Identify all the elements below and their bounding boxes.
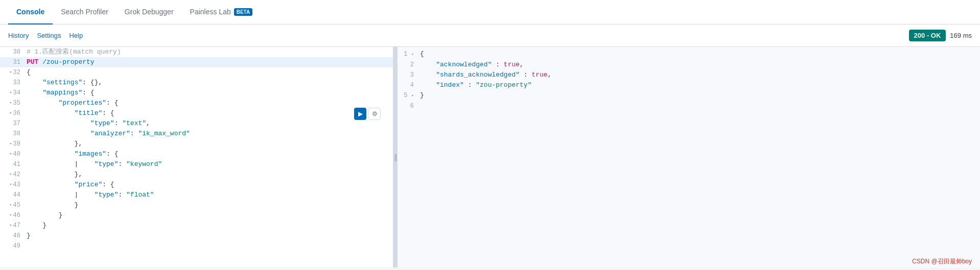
table-row: ▾42 }, bbox=[0, 169, 393, 180]
tab-painless-lab[interactable]: Painless Lab BETA bbox=[182, 0, 261, 24]
output-pane: 1 ▾ { 2 "acknowledged" : true, 3 "shards… bbox=[398, 47, 980, 267]
line-content: }, bbox=[25, 169, 393, 180]
output-line-content: { bbox=[418, 49, 980, 60]
line-number: 30 bbox=[0, 47, 25, 57]
status-badge: 200 - OK bbox=[909, 30, 946, 41]
output-code: 1 ▾ { 2 "acknowledged" : true, 3 "shards… bbox=[398, 47, 980, 267]
output-line-content: "acknowledged" : true, bbox=[418, 60, 980, 70]
output-line-content bbox=[418, 101, 980, 111]
output-row: 2 "acknowledged" : true, bbox=[398, 60, 980, 70]
line-content: "analyzer": "ik_max_word" bbox=[25, 129, 393, 139]
line-number: ▾45 bbox=[0, 200, 25, 210]
line-content: "type": "text", bbox=[25, 118, 393, 129]
line-number: ▾42 bbox=[0, 169, 25, 180]
output-row: 5 ▾ } bbox=[398, 90, 980, 101]
line-number: 38 bbox=[0, 129, 25, 139]
history-link[interactable]: History bbox=[8, 32, 29, 39]
line-number: ▾39 bbox=[0, 139, 25, 149]
line-content: } bbox=[25, 210, 393, 220]
table-row: 30 # 1.匹配搜索(match query) bbox=[0, 47, 393, 57]
output-row: 6 bbox=[398, 101, 980, 111]
table-row: ▾32 { bbox=[0, 67, 393, 78]
tab-grok-debugger[interactable]: Grok Debugger bbox=[116, 0, 182, 24]
line-content: { bbox=[25, 67, 393, 78]
line-content: "images": { bbox=[25, 149, 393, 159]
output-line-content: } bbox=[418, 90, 980, 101]
beta-badge: BETA bbox=[234, 8, 252, 16]
line-content: | "type": "keyword" bbox=[25, 159, 393, 169]
status-area: 200 - OK 169 ms bbox=[909, 30, 972, 41]
line-number: ▾47 bbox=[0, 220, 25, 231]
line-number: 37 bbox=[0, 118, 25, 129]
table-row: 38 "analyzer": "ik_max_word" bbox=[0, 129, 393, 139]
line-content: # 1.匹配搜索(match query) bbox=[25, 47, 393, 57]
line-number: ▾32 bbox=[0, 67, 25, 78]
output-row: 4 "index" : "zou-property" bbox=[398, 80, 980, 90]
line-number: ▾35 bbox=[0, 98, 25, 108]
table-row: ▾46 } bbox=[0, 210, 393, 220]
code-editor[interactable]: 30 # 1.匹配搜索(match query) 31 PUT /zou-pro… bbox=[0, 47, 393, 267]
main-content: 30 # 1.匹配搜索(match query) 31 PUT /zou-pro… bbox=[0, 47, 980, 267]
line-number: ▾43 bbox=[0, 180, 25, 190]
line-number: ▾40 bbox=[0, 149, 25, 159]
output-row: 3 "shards_acknowledged" : true, bbox=[398, 70, 980, 80]
table-row: ▾45 } bbox=[0, 200, 393, 210]
secondary-toolbar: History Settings Help 200 - OK 169 ms bbox=[0, 24, 980, 47]
editor-pane: 30 # 1.匹配搜索(match query) 31 PUT /zou-pro… bbox=[0, 47, 393, 267]
table-row: ▾39 }, bbox=[0, 139, 393, 149]
table-row: 33 "settings": {}, bbox=[0, 78, 393, 88]
table-row: ▾43 "price": { bbox=[0, 180, 393, 190]
line-content: "mappings": { bbox=[25, 88, 393, 98]
output-line-number: 2 bbox=[398, 60, 418, 70]
output-row: 1 ▾ { bbox=[398, 49, 980, 60]
run-button[interactable]: ▶ bbox=[354, 108, 366, 120]
line-content: }, bbox=[25, 139, 393, 149]
line-content: } bbox=[25, 200, 393, 210]
line-content: "price": { bbox=[25, 180, 393, 190]
line-content: } bbox=[25, 231, 393, 241]
table-row: ▾34 "mappings": { bbox=[0, 88, 393, 98]
help-link[interactable]: Help bbox=[69, 32, 83, 39]
line-number: ▾46 bbox=[0, 210, 25, 220]
table-row: 41 | "type": "keyword" bbox=[0, 159, 393, 169]
line-number: 49 bbox=[0, 241, 25, 251]
table-row: ▾47 } bbox=[0, 220, 393, 231]
table-row: 48 } bbox=[0, 231, 393, 241]
tab-console[interactable]: Console bbox=[8, 0, 53, 24]
pane-divider[interactable]: ‖ bbox=[393, 47, 398, 267]
line-content: "properties": { bbox=[25, 98, 393, 108]
output-line-number: 1 ▾ bbox=[398, 49, 418, 60]
output-line-number: 3 bbox=[398, 70, 418, 80]
settings-link[interactable]: Settings bbox=[37, 32, 61, 39]
line-number: ▾36 bbox=[0, 108, 25, 118]
table-row: ▾35 "properties": { bbox=[0, 98, 393, 108]
line-content: "title": { bbox=[25, 108, 393, 118]
wrench-button[interactable]: ⚙ bbox=[368, 108, 381, 120]
status-time: 169 ms bbox=[950, 32, 972, 39]
editor-toolbar: ▶ ⚙ bbox=[354, 108, 381, 120]
output-line-number: 6 bbox=[398, 101, 418, 111]
line-number: 48 bbox=[0, 231, 25, 241]
output-line-number: 4 bbox=[398, 80, 418, 90]
line-number: ▾34 bbox=[0, 88, 25, 98]
tab-search-profiler[interactable]: Search Profiler bbox=[53, 0, 116, 24]
line-content: } bbox=[25, 220, 393, 231]
line-content: "settings": {}, bbox=[25, 78, 393, 88]
output-line-content: "shards_acknowledged" : true, bbox=[418, 70, 980, 80]
line-content: PUT /zou-property bbox=[25, 57, 393, 67]
top-navigation: Console Search Profiler Grok Debugger Pa… bbox=[0, 0, 980, 24]
watermark: CSDN @召田最帅boy bbox=[912, 257, 972, 266]
line-number: 33 bbox=[0, 78, 25, 88]
table-row: ▾40 "images": { bbox=[0, 149, 393, 159]
table-row: 37 "type": "text", bbox=[0, 118, 393, 129]
line-number: 31 bbox=[0, 57, 25, 67]
output-line-number: 5 ▾ bbox=[398, 90, 418, 101]
table-row: ▾36 "title": { bbox=[0, 108, 393, 118]
table-row: 44 | "type": "float" bbox=[0, 190, 393, 200]
line-number: 44 bbox=[0, 190, 25, 200]
line-content: | "type": "float" bbox=[25, 190, 393, 200]
table-row: 31 PUT /zou-property bbox=[0, 57, 393, 67]
line-number: 41 bbox=[0, 159, 25, 169]
table-row: 49 bbox=[0, 241, 393, 251]
output-line-content: "index" : "zou-property" bbox=[418, 80, 980, 90]
